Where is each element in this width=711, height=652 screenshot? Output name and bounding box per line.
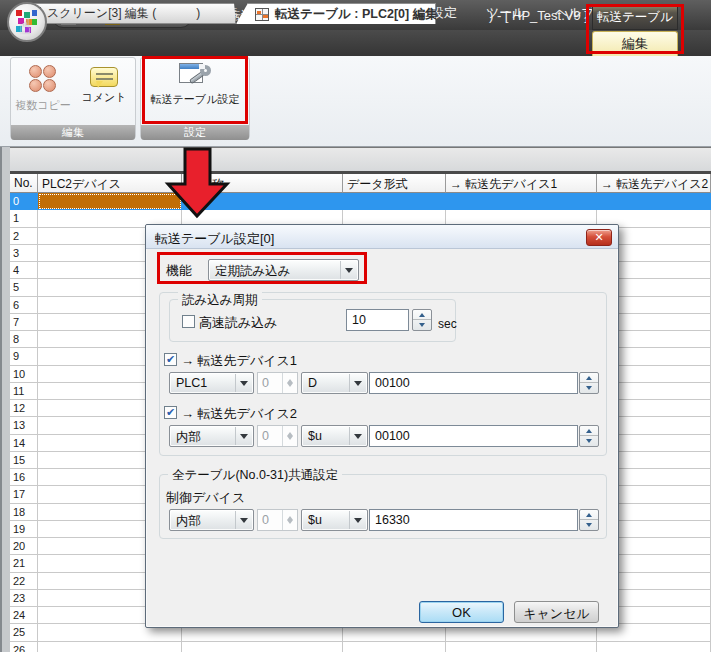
ribbon: 複数コピー コメント 編集 転送テーブル設定 設定: [0, 56, 711, 147]
table-cell[interactable]: [446, 193, 597, 210]
menu-item-tools[interactable]: ツール: [486, 4, 526, 22]
row-number-cell[interactable]: 26: [10, 642, 38, 652]
row-number-cell[interactable]: 22: [10, 573, 38, 590]
annotation-box-contextual-tab: [586, 4, 684, 54]
ribbon-group-edit: 複数コピー コメント 編集: [10, 57, 136, 139]
row-number-cell[interactable]: 8: [10, 331, 38, 348]
ribbon-group-edit-label: 編集: [11, 125, 135, 140]
row-number-cell[interactable]: 16: [10, 469, 38, 486]
cycle-unit-label: sec: [438, 317, 457, 331]
chevron-down-icon: [235, 374, 252, 392]
grid-header-row: No.PLC2デバイス名称データ形式→ 転送先デバイス1→ 転送先デバイス2: [10, 174, 711, 193]
table-cell[interactable]: [446, 642, 597, 652]
dest1-address-stepper[interactable]: [579, 372, 599, 394]
table-cell[interactable]: [597, 642, 711, 652]
window-left-edge: [0, 147, 10, 652]
table-cell[interactable]: [343, 642, 446, 652]
control-address-input[interactable]: 16330: [369, 509, 578, 531]
table-row[interactable]: 26: [10, 642, 711, 652]
dest2-device-dropdown[interactable]: 内部: [169, 425, 254, 447]
dest2-type-dropdown[interactable]: $u: [301, 425, 368, 447]
cycle-value-input[interactable]: 10: [346, 309, 409, 331]
cycle-value-stepper[interactable]: [412, 309, 432, 331]
row-number-cell[interactable]: 4: [10, 262, 38, 279]
row-number-cell[interactable]: 5: [10, 279, 38, 296]
fast-read-label: 高速読み込み: [199, 314, 278, 332]
dest2-label: → 転送先デバイス2: [181, 405, 297, 423]
column-header-dest-device-2[interactable]: → 転送先デバイス2: [597, 174, 711, 193]
row-number-cell[interactable]: 17: [10, 486, 38, 503]
row-number-cell[interactable]: 1: [10, 210, 38, 227]
dest2-station-stepper: 0: [257, 425, 298, 447]
chevron-down-icon: [235, 511, 252, 529]
table-cell[interactable]: [343, 193, 446, 210]
control-device-label: 制御デバイス: [166, 489, 245, 507]
annotation-box-transfer-table-settings: [142, 56, 248, 124]
dialog-title: 転送テーブル設定[0]: [146, 225, 618, 249]
row-number-cell[interactable]: 21: [10, 555, 38, 572]
ribbon-group-settings-label: 設定: [141, 125, 249, 140]
chevron-down-icon: [349, 511, 366, 529]
row-number-cell[interactable]: 23: [10, 590, 38, 607]
app-logo-hand-icon: ☝: [19, 14, 31, 38]
dest2-address-input[interactable]: 00100: [369, 425, 578, 447]
transfer-table-settings-dialog: 転送テーブル設定[0] ✕ 機能 定期読み込み 読み込み周期 高速読み込み 10…: [145, 224, 619, 628]
row-number-cell[interactable]: 7: [10, 314, 38, 331]
comment-icon: [90, 67, 118, 87]
column-header-dest-device-1[interactable]: → 転送先デバイス1: [446, 174, 597, 193]
dest2-address-stepper[interactable]: [579, 425, 599, 447]
document-tab-strip: [0, 147, 711, 174]
row-number-cell[interactable]: 2: [10, 228, 38, 245]
control-station-stepper: 0: [257, 509, 298, 531]
row-number-cell[interactable]: 15: [10, 452, 38, 469]
chevron-down-icon: [349, 427, 366, 445]
dest1-address-input[interactable]: 00100: [369, 372, 578, 394]
row-number-cell[interactable]: 10: [10, 366, 38, 383]
table-cell[interactable]: [38, 642, 182, 652]
row-number-cell[interactable]: 14: [10, 435, 38, 452]
table-row[interactable]: 0: [10, 193, 711, 210]
row-number-cell[interactable]: 25: [10, 624, 38, 641]
dialog-close-icon[interactable]: ✕: [586, 229, 612, 246]
application-window: ☝ ↶ ↷ ▾ 転送テーブル : PLC2[0] 編集 ( ) - [ HP_T…: [0, 0, 711, 652]
transfer-table-icon: [255, 8, 269, 21]
row-number-cell[interactable]: 9: [10, 348, 38, 365]
cancel-button[interactable]: キャンセル: [514, 601, 599, 623]
column-header-data-format[interactable]: データ形式: [343, 174, 446, 193]
multi-copy-icon: [28, 65, 58, 95]
row-number-cell[interactable]: 24: [10, 607, 38, 624]
chevron-down-icon: [235, 427, 252, 445]
row-number-cell[interactable]: 3: [10, 245, 38, 262]
dest1-device-dropdown[interactable]: PLC1: [169, 372, 254, 394]
row-number-cell[interactable]: 20: [10, 538, 38, 555]
ok-button[interactable]: OK: [419, 601, 504, 623]
dest1-type-dropdown[interactable]: D: [301, 372, 368, 394]
row-number-cell[interactable]: 0: [10, 193, 38, 210]
dest1-checkbox[interactable]: ✔: [164, 353, 177, 366]
control-type-dropdown[interactable]: $u: [301, 509, 368, 531]
row-number-cell[interactable]: 6: [10, 297, 38, 314]
tab-transfer-table-editor[interactable]: 転送テーブル : PLC2[0] 編集 ( ) ×: [236, 3, 436, 24]
chevron-down-icon: [349, 374, 366, 392]
comment-button[interactable]: コメント: [73, 61, 135, 123]
row-number-cell[interactable]: 13: [10, 417, 38, 434]
row-number-cell[interactable]: 11: [10, 383, 38, 400]
row-number-cell[interactable]: 19: [10, 521, 38, 538]
dest1-label: → 転送先デバイス1: [181, 352, 297, 370]
table-cell[interactable]: [182, 642, 343, 652]
column-header-no[interactable]: No.: [10, 174, 38, 193]
row-number-cell[interactable]: 18: [10, 504, 38, 521]
multi-copy-button: 複数コピー: [12, 61, 74, 123]
fast-read-checkbox[interactable]: [182, 315, 195, 328]
application-menu-button[interactable]: ☝: [7, 2, 47, 42]
control-device-dropdown[interactable]: 内部: [169, 509, 254, 531]
row-number-cell[interactable]: 12: [10, 400, 38, 417]
dest1-station-stepper: 0: [257, 372, 298, 394]
annotation-box-function-dropdown: [157, 252, 367, 284]
annotation-arrow-down: [160, 146, 235, 221]
control-address-stepper[interactable]: [579, 509, 599, 531]
table-cell[interactable]: [597, 193, 711, 210]
dest2-checkbox[interactable]: ✔: [164, 406, 177, 419]
